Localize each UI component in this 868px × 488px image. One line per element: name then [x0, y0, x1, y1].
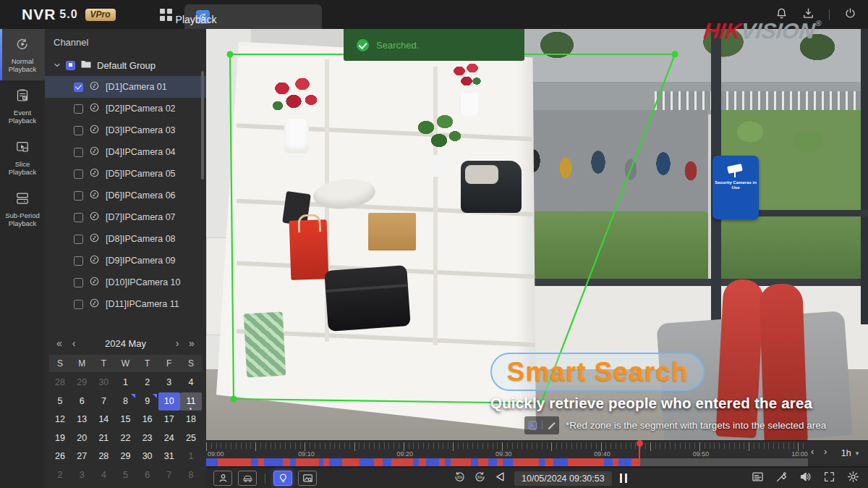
calendar-day[interactable]: 16 — [137, 411, 158, 429]
calendar-day[interactable]: 20 — [71, 429, 93, 448]
sidebar-item-slice-playback[interactable]: Slice Playback — [0, 132, 45, 183]
channel-checkbox[interactable] — [74, 169, 83, 179]
calendar-day[interactable]: 9 — [137, 392, 158, 411]
calendar-day[interactable]: 3 — [71, 466, 93, 485]
sidebar-item-event-playback[interactable]: Event Playback — [0, 80, 45, 132]
calendar-day[interactable]: 26 — [49, 447, 71, 466]
calendar-day[interactable]: 1 — [114, 374, 136, 392]
channel-checkbox[interactable] — [74, 213, 83, 222]
channel-group-row[interactable]: Default Group — [45, 54, 206, 76]
channel-row[interactable]: [D9]IPCamera 09 — [45, 250, 206, 272]
timeline[interactable]: 09:0009:1009:2009:3009:4009:5010:00 ‹ › … — [206, 440, 868, 466]
calendar-day[interactable]: 12 — [49, 411, 71, 429]
calendar-day[interactable]: 5 — [49, 392, 71, 411]
forward-30s-button[interactable]: 30s — [474, 471, 486, 486]
video-viewport[interactable]: Security Cameras in Use Searched. Smart … — [206, 29, 868, 440]
channel-checkbox[interactable] — [74, 300, 83, 309]
calendar-day[interactable]: 7 — [93, 392, 114, 411]
channel-row[interactable]: [D1]Camera 01 — [45, 76, 206, 98]
calendar-prev-month-button[interactable]: ‹ — [67, 337, 81, 349]
calendar-day[interactable]: 7 — [158, 466, 180, 485]
playhead-handle[interactable] — [637, 440, 643, 447]
channel-checkbox[interactable] — [74, 256, 83, 266]
fullscreen-icon[interactable] — [823, 471, 835, 486]
calendar-day[interactable]: 17 — [158, 411, 180, 429]
channel-row[interactable]: [D3]IPCamera 03 — [45, 119, 206, 141]
channel-row[interactable]: [D7]IPCamera 07 — [45, 206, 206, 228]
current-timestamp[interactable]: 10/05/2024 09:30:53 — [514, 471, 612, 486]
reverse-play-button[interactable] — [494, 471, 506, 486]
channel-row[interactable]: [D10]IPCamera 10 — [45, 272, 206, 293]
calendar-day[interactable]: 8 — [114, 392, 136, 411]
calendar-day[interactable]: 31 — [158, 447, 180, 466]
calendar-day[interactable]: 3 — [158, 374, 180, 392]
calendar-next-month-button[interactable]: › — [170, 337, 184, 349]
channel-row[interactable]: [D8]IPCamera 08 — [45, 228, 206, 250]
pos-overlay-icon[interactable] — [752, 471, 764, 486]
calendar-day[interactable]: 25 — [180, 429, 202, 448]
calendar-day[interactable]: 19 — [49, 429, 71, 448]
timeline-next-button[interactable]: › — [824, 446, 827, 457]
group-checkbox[interactable] — [66, 61, 75, 70]
calendar-day[interactable]: 14 — [93, 411, 114, 429]
calendar-day[interactable]: 6 — [71, 392, 93, 411]
channel-checkbox[interactable] — [74, 104, 83, 114]
calendar-day[interactable]: 18 — [180, 411, 202, 429]
sidebar-item-normal-playback[interactable]: Normal Playback — [0, 29, 45, 80]
calendar-day[interactable]: 24 — [158, 429, 180, 448]
calendar-day[interactable]: 23 — [137, 429, 158, 448]
apps-grid-icon[interactable] — [160, 9, 172, 21]
channel-checkbox[interactable] — [74, 126, 83, 135]
channel-scrollbar[interactable] — [201, 71, 204, 180]
calendar-next-year-button[interactable]: » — [184, 337, 199, 349]
smart-search-button[interactable] — [273, 471, 292, 486]
channel-row[interactable]: [D6]IPCamera 06 — [45, 185, 206, 206]
channel-checkbox[interactable] — [74, 278, 83, 287]
calendar-day[interactable]: 8 — [180, 466, 202, 485]
channel-row[interactable]: [D5]IPCamera 05 — [45, 163, 206, 185]
gear-icon[interactable] — [847, 471, 859, 486]
timeline-window-select[interactable]: 1h ▾ — [834, 445, 866, 462]
calendar-day[interactable]: 15 — [114, 411, 136, 429]
vehicle-search-button[interactable] — [238, 471, 257, 486]
rewind-30s-button[interactable]: 30s — [454, 471, 466, 486]
pause-button[interactable] — [620, 474, 627, 483]
calendar-day[interactable]: 30 — [137, 447, 158, 466]
channel-row[interactable]: [D2]IPCamera 02 — [45, 98, 206, 119]
calendar-day[interactable]: 6 — [137, 466, 158, 485]
calendar-day[interactable]: 13 — [71, 411, 93, 429]
power-icon[interactable] — [844, 7, 856, 22]
calendar-day[interactable]: 5 — [114, 466, 136, 485]
chevron-down-icon[interactable] — [54, 60, 61, 71]
channel-checkbox[interactable] — [74, 148, 83, 157]
calendar-day[interactable]: 2 — [137, 374, 158, 392]
calendar-day[interactable]: 1 — [180, 447, 202, 466]
tab-playback[interactable]: Playback — [184, 4, 322, 29]
channel-checkbox[interactable] — [74, 235, 83, 244]
calendar-day[interactable]: 29 — [114, 447, 136, 466]
calendar-day[interactable]: 11 — [180, 392, 202, 411]
calendar-day[interactable]: 22 — [114, 429, 136, 448]
calendar-day[interactable]: 4 — [93, 466, 114, 485]
calendar-day[interactable]: 29 — [71, 374, 93, 392]
calendar-prev-year-button[interactable]: « — [52, 337, 67, 349]
timeline-prev-button[interactable]: ‹ — [811, 446, 814, 457]
calendar-day[interactable]: 28 — [49, 374, 71, 392]
channel-checkbox[interactable] — [74, 83, 83, 92]
note-toolbox[interactable] — [524, 416, 559, 434]
calendar-day[interactable]: 2 — [49, 466, 71, 485]
volume-icon[interactable] — [799, 471, 812, 486]
timeline-bar[interactable] — [206, 458, 814, 466]
channel-checkbox[interactable] — [74, 191, 83, 201]
picture-search-button[interactable] — [298, 471, 317, 486]
tag-icon[interactable] — [775, 471, 788, 486]
calendar-title[interactable]: 2024 May — [81, 338, 170, 349]
sidebar-item-sub-period-playback[interactable]: Sub-Period Playback — [0, 183, 45, 235]
channel-row[interactable]: [D4]IPCamera 04 — [45, 141, 206, 163]
calendar-day[interactable]: 30 — [93, 374, 114, 392]
calendar-day[interactable]: 28 — [93, 447, 114, 466]
calendar-day[interactable]: 10 — [158, 392, 180, 411]
calendar-day[interactable]: 27 — [71, 447, 93, 466]
playhead[interactable] — [639, 444, 640, 466]
channel-row[interactable]: [D11]IPCamera 11 — [45, 293, 206, 315]
